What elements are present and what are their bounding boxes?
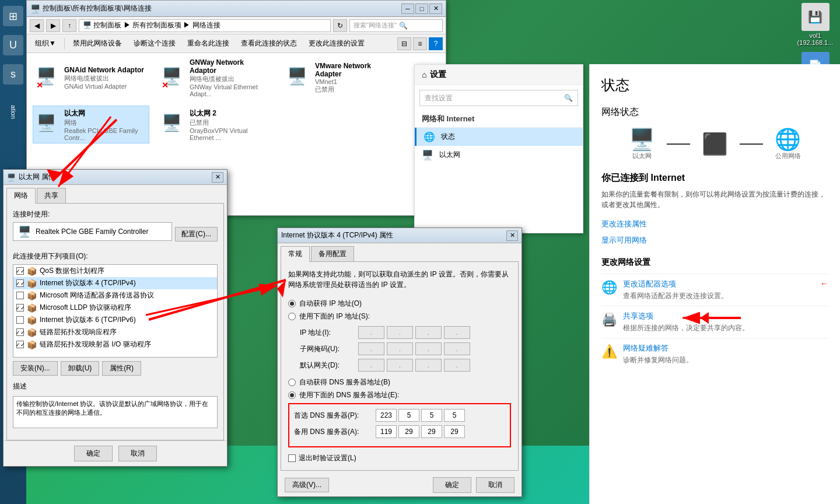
tab-network[interactable]: 网络 <box>6 188 36 204</box>
validate-checkbox[interactable] <box>288 454 296 462</box>
network-item-ethernet[interactable]: 🖥️ 以太网 网络 Realtek PCIe GBE Family Contr.… <box>33 106 149 144</box>
change-adapter-options[interactable]: 🌐 更改适配器选项 查看网络适配器并更改连接设置。 ← <box>601 274 828 306</box>
settings-item-status[interactable]: 🌐 状态 <box>415 128 583 146</box>
manual-dns-row[interactable]: 使用下面的 DNS 服务器地址(E): <box>288 390 511 400</box>
network-item-ethernet2[interactable]: 🖥️ 以太网 2 已禁用 OrayBoxVPN Virtual Ethernet… <box>158 106 275 144</box>
settings-search-box[interactable]: 查找设置 🔍 <box>419 90 578 106</box>
connect-using-section: 连接时使用: 🖥️ Realtek PCIe GBE Family Contro… <box>13 209 218 246</box>
net-icon-gnaid: 🖥️ ✕ <box>36 66 60 90</box>
titlebar-controls: ─ □ ✕ <box>401 4 442 14</box>
primary-dns-seg-3[interactable]: 5 <box>421 409 442 422</box>
list-item-topo-resp[interactable]: ✓ 📦 链路层拓扑发现响应程序 <box>13 326 217 338</box>
diagram-pc-icon: 🖥️ 以太网 <box>629 127 655 160</box>
view-status-button[interactable]: 查看此连接的状态 <box>236 37 302 51</box>
change-settings-button[interactable]: 更改此连接的设置 <box>303 37 370 51</box>
primary-dns-seg-1[interactable]: 223 <box>376 409 397 422</box>
change-sharing-options[interactable]: 🖨️ 共享选项 根据所连接的网络，决定要共享的内容。 <box>601 306 828 338</box>
change-troubleshoot[interactable]: ⚠️ 网络疑难解答 诊断并修复网络问题。 <box>601 338 828 370</box>
rename-button[interactable]: 重命名此连接 <box>182 37 235 51</box>
connect-using-field: 🖥️ Realtek PCIe GBE Family Controller <box>13 222 172 241</box>
disable-network-button[interactable]: 禁用此网络设备 <box>68 37 127 51</box>
secondary-dns-seg-4[interactable]: 29 <box>444 425 465 438</box>
address-path[interactable]: 🖥️ 控制面板 ▶ 所有控制面板项 ▶ 网络连接 <box>79 19 331 32</box>
view-icon-button[interactable]: ⊟ <box>397 37 411 50</box>
checkbox-ipv4[interactable]: ✓ <box>16 279 24 287</box>
manual-ip-row[interactable]: 使用下面的 IP 地址(S): <box>288 312 511 321</box>
list-item-ipv6[interactable]: 📦 Internet 协议版本 6 (TCP/IPv6) <box>13 314 217 326</box>
secondary-dns-seg-2[interactable]: 29 <box>398 425 419 438</box>
gw-seg-1: . <box>358 359 384 372</box>
primary-dns-seg-2[interactable]: 5 <box>398 409 419 422</box>
items-list[interactable]: ✓ 📦 QoS 数据包计划程序 ✓ 📦 Internet 协议版本 4 (TCP… <box>13 264 218 358</box>
ip-seg-2: . <box>387 326 413 339</box>
checkbox-topo-map[interactable]: ✓ <box>16 341 24 348</box>
eth-cancel-button[interactable]: 取消 <box>118 446 157 461</box>
network-item-gnway[interactable]: 🖥️ ✕ GNWay Network Adaptor 网络电缆被拔出 GNWay… <box>158 59 275 97</box>
tcp-close-button[interactable]: ✕ <box>506 230 518 241</box>
auto-ip-row[interactable]: 自动获得 IP 地址(O) <box>288 299 511 309</box>
settings-status-icon: 🌐 <box>424 131 435 142</box>
adapter-name: Realtek PCIe GBE Family Controller <box>36 228 148 236</box>
tab-alternate[interactable]: 备用配置 <box>311 246 354 261</box>
list-item-multicast[interactable]: 📦 Microsoft 网络适配器多路传送器协议 <box>13 289 217 302</box>
primary-dns-row: 首选 DNS 服务器(P): 223 5 5 5 <box>294 409 505 422</box>
checkbox-lldp[interactable]: ✓ <box>16 304 24 312</box>
tab-share[interactable]: 共享 <box>37 188 66 203</box>
checkbox-ipv6[interactable] <box>16 316 24 324</box>
settings-item-ethernet[interactable]: 🖥️ 以太网 <box>415 146 583 164</box>
network-item-gnaid[interactable]: 🖥️ ✕ GNAid Network Adaptor 网络电缆被拔出 GNAid… <box>33 59 149 97</box>
refresh-button[interactable]: ↻ <box>333 19 347 32</box>
help-button[interactable]: ? <box>429 37 443 50</box>
organize-button[interactable]: 组织▼ <box>30 37 61 51</box>
view-list-button[interactable]: ≡ <box>413 37 427 50</box>
topo-resp-icon: 📦 <box>27 328 37 337</box>
maximize-button[interactable]: □ <box>415 4 428 14</box>
checkbox-qos[interactable]: ✓ <box>16 267 24 275</box>
list-item-lldp[interactable]: ✓ 📦 Microsoft LLDP 协议驱动程序 <box>13 302 217 314</box>
tcp-cancel-button[interactable]: 取消 <box>476 477 514 493</box>
primary-dns-seg-4[interactable]: 5 <box>444 409 465 422</box>
auto-dns-row[interactable]: 自动获得 DNS 服务器地址(B) <box>288 377 511 387</box>
tab-general[interactable]: 常规 <box>281 246 310 262</box>
ipv6-label: Internet 协议版本 6 (TCP/IPv6) <box>40 315 136 325</box>
primary-dns-field[interactable]: 223 5 5 5 <box>376 409 465 422</box>
config-button[interactable]: 配置(C)... <box>175 227 218 242</box>
install-button[interactable]: 安装(N)... <box>13 361 58 376</box>
explorer-titlebar: 🖥️ 控制面板\所有控制面板项\网络连接 ─ □ ✕ <box>27 1 446 17</box>
minimize-button[interactable]: ─ <box>401 4 414 14</box>
link-change-connection[interactable]: 更改连接属性 <box>601 219 828 229</box>
secondary-dns-seg-3[interactable]: 29 <box>421 425 442 438</box>
auto-ip-radio[interactable] <box>288 300 296 307</box>
network-item-vmware[interactable]: 🖥️ VMware Network Adapter VMnet1 已禁用 <box>284 59 400 97</box>
network-diagram: 🖥️ 以太网 ⬛ 🌐 公用网络 <box>601 127 828 160</box>
tcp-ok-button[interactable]: 确定 <box>433 477 471 493</box>
checkbox-topo-resp[interactable]: ✓ <box>16 328 24 336</box>
checkbox-multicast[interactable] <box>16 292 24 299</box>
subnet-seg-2: . <box>387 342 413 355</box>
secondary-dns-field[interactable]: 119 29 29 29 <box>376 425 465 438</box>
list-item-qos[interactable]: ✓ 📦 QoS 数据包计划程序 <box>13 265 217 277</box>
secondary-dns-seg-1[interactable]: 119 <box>376 425 397 438</box>
items-label: 此连接使用下列项目(O): <box>13 251 218 261</box>
gw-seg-3: . <box>415 359 442 372</box>
manual-dns-radio[interactable] <box>288 391 296 399</box>
tcp-ok-cancel: 确定 取消 <box>433 477 514 493</box>
change-sharing-desc: 根据所连接的网络，决定要共享的内容。 <box>623 323 828 333</box>
auto-dns-radio[interactable] <box>288 379 296 386</box>
close-button[interactable]: ✕ <box>429 4 442 14</box>
back-button[interactable]: ◀ <box>30 19 44 32</box>
diagnose-button[interactable]: 诊断这个连接 <box>128 37 181 51</box>
link-show-available[interactable]: 显示可用网络 <box>601 235 828 246</box>
list-item-ipv4[interactable]: ✓ 📦 Internet 协议版本 4 (TCP/IPv4) <box>13 277 217 289</box>
search-box[interactable]: 搜索"网络连接" 🔍 <box>349 19 443 32</box>
desktop-icon-vol1[interactable]: 💾 vol1 (192.168.1... <box>793 3 837 46</box>
list-item-topo-map[interactable]: ✓ 📦 链路层拓扑发现映射器 I/O 驱动程序 <box>13 338 217 351</box>
manual-ip-radio[interactable] <box>288 313 296 320</box>
forward-button[interactable]: ▶ <box>46 19 60 32</box>
eth-ok-button[interactable]: 确定 <box>74 446 113 461</box>
properties-button[interactable]: 属性(R) <box>102 361 141 376</box>
tcp-advanced-button[interactable]: 高级(V)... <box>285 478 329 492</box>
uninstall-button[interactable]: 卸载(U) <box>61 361 100 376</box>
eth-close-button[interactable]: ✕ <box>212 172 223 183</box>
up-button[interactable]: ↑ <box>62 19 76 32</box>
